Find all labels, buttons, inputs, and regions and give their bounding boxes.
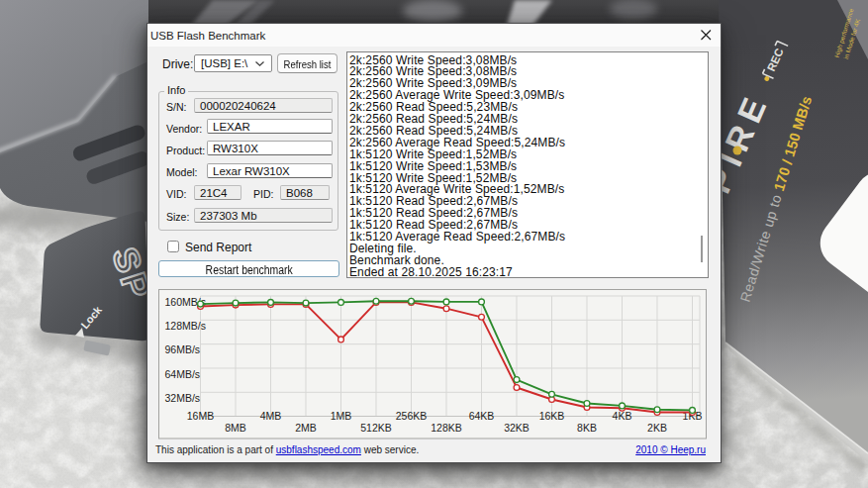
svg-text:64MB/s: 64MB/s (165, 368, 201, 380)
svg-text:256KB: 256KB (396, 410, 428, 422)
svg-text:512KB: 512KB (360, 422, 392, 434)
svg-text:4MB: 4MB (260, 410, 282, 422)
svg-text:64KB: 64KB (469, 410, 495, 422)
svg-text:32MB/s: 32MB/s (165, 392, 201, 404)
svg-text:16MB: 16MB (187, 410, 214, 422)
svg-text:32KB: 32KB (504, 422, 530, 434)
svg-text:1MB: 1MB (331, 410, 352, 422)
svg-text:16KB: 16KB (539, 410, 565, 422)
svg-text:128MB/s: 128MB/s (165, 320, 206, 332)
svg-text:8KB: 8KB (577, 422, 597, 434)
svg-text:96MB/s: 96MB/s (165, 343, 201, 355)
svg-text:128KB: 128KB (431, 422, 462, 434)
svg-text:8MB: 8MB (225, 422, 246, 434)
svg-text:2KB: 2KB (647, 422, 667, 434)
svg-text:2MB: 2MB (295, 422, 317, 434)
